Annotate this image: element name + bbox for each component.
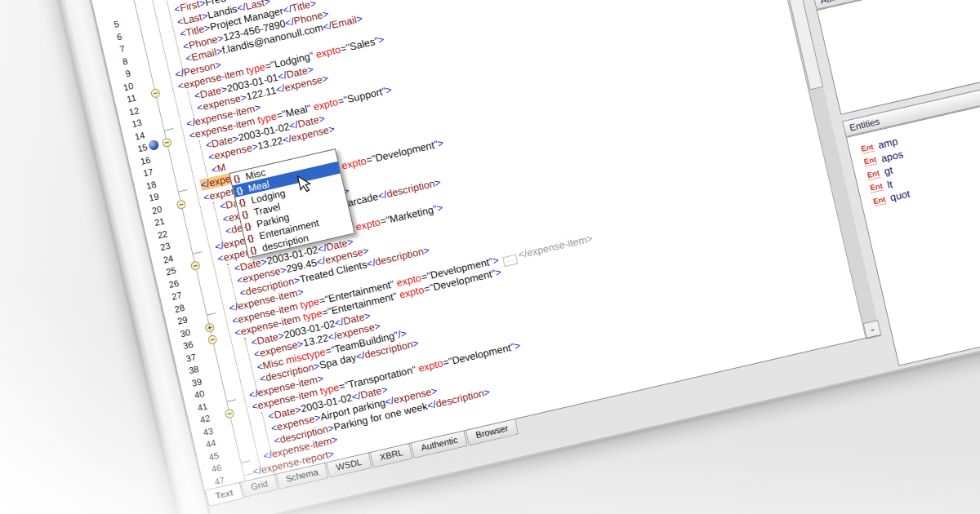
stage: 5678910111213141516171819202122232425262…	[0, 0, 980, 514]
entity-name: quot	[889, 188, 911, 204]
entity-icon: Ent	[866, 169, 880, 180]
app-window: 5678910111213141516171819202122232425262…	[47, 0, 980, 514]
entity-name: gt	[883, 165, 893, 178]
entity-icon: Ent	[860, 143, 874, 154]
entity-icon: Ent	[870, 182, 884, 193]
entity-icon: Ent	[863, 156, 877, 167]
entity-icon: Ent	[872, 195, 886, 206]
entity-name: lt	[886, 179, 893, 191]
